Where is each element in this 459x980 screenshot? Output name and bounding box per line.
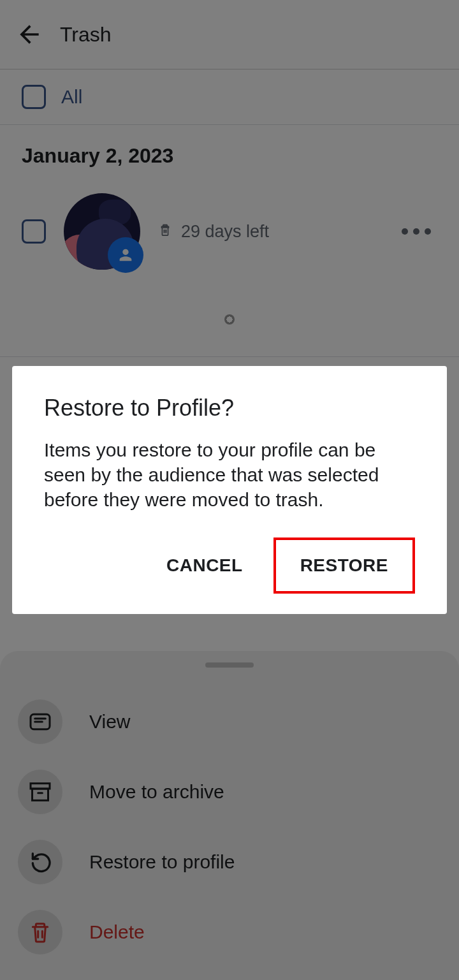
dialog-actions: CANCEL RESTORE xyxy=(44,538,415,594)
restore-button[interactable]: RESTORE xyxy=(288,546,401,585)
dialog-title: Restore to Profile? xyxy=(44,395,415,421)
dialog-body: Items you restore to your profile can be… xyxy=(44,437,415,512)
cancel-button[interactable]: CANCEL xyxy=(154,546,256,585)
modal-overlay[interactable]: Restore to Profile? Items you restore to… xyxy=(0,0,459,980)
restore-highlight-box: RESTORE xyxy=(273,538,415,594)
restore-dialog: Restore to Profile? Items you restore to… xyxy=(12,366,447,614)
